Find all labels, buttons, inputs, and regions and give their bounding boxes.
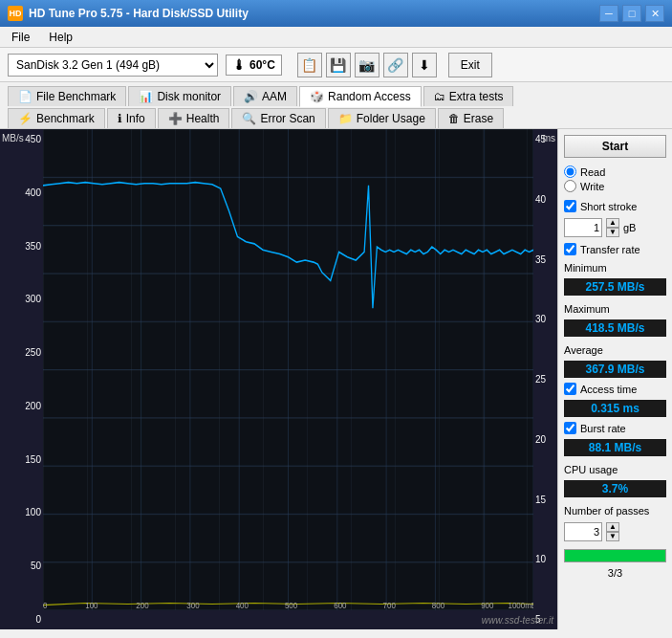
- spin-up[interactable]: ▲: [606, 218, 619, 228]
- window-title: HD Tune Pro 5.75 - Hard Disk/SSD Utility: [29, 7, 249, 20]
- burst-rate-label: Burst rate: [580, 423, 626, 434]
- short-stroke-arrows: ▲ ▼: [606, 218, 619, 237]
- folder-usage-icon: 📁: [338, 112, 353, 125]
- read-radio[interactable]: [564, 165, 576, 178]
- read-label: Read: [580, 166, 605, 178]
- toolbar-icon-2[interactable]: 💾: [326, 53, 351, 77]
- progress-text: 3/3: [564, 567, 666, 579]
- chart-svg: 0 100 200 300 400 500 600 700 800 900 10…: [43, 129, 533, 610]
- short-stroke-row: Short stroke: [564, 200, 666, 212]
- tab-benchmark[interactable]: ⚡ Benchmark: [8, 108, 105, 128]
- svg-text:0: 0: [43, 600, 48, 610]
- tab-disk-monitor[interactable]: 📊 Disk monitor: [128, 86, 231, 106]
- y-axis-left-label: MB/s: [2, 133, 24, 143]
- tabs-row2: ⚡ Benchmark ℹ Info ➕ Health 🔍 Error Scan…: [8, 108, 664, 128]
- write-label: Write: [580, 181, 604, 192]
- access-time-value: 0.315 ms: [564, 400, 666, 417]
- maximum-value: 418.5 MB/s: [564, 319, 666, 337]
- toolbar-icons: 📋 💾 📷 🔗 ⬇: [297, 53, 437, 77]
- app-icon: HD: [8, 6, 23, 21]
- burst-rate-row: Burst rate: [564, 422, 666, 434]
- maximum-label: Maximum: [564, 303, 666, 315]
- svg-text:200: 200: [136, 600, 148, 610]
- erase-icon: 🗑: [448, 112, 460, 125]
- minimum-value: 257.5 MB/s: [564, 278, 666, 296]
- progress-bar-fill: [565, 550, 665, 561]
- access-time-row: Access time: [564, 383, 666, 395]
- start-button[interactable]: Start: [564, 135, 666, 158]
- title-bar: HD HD Tune Pro 5.75 - Hard Disk/SSD Util…: [0, 0, 672, 27]
- close-button[interactable]: ✕: [645, 5, 664, 22]
- exit-button[interactable]: Exit: [448, 53, 492, 77]
- minimize-button[interactable]: ─: [599, 5, 618, 22]
- tab-info[interactable]: ℹ Info: [107, 108, 156, 128]
- passes-spinbox[interactable]: [564, 522, 602, 541]
- disk-monitor-icon: 📊: [139, 90, 153, 103]
- read-radio-row: Read: [564, 165, 666, 178]
- title-bar-left: HD HD Tune Pro 5.75 - Hard Disk/SSD Util…: [8, 6, 249, 21]
- temperature-value: 60°C: [249, 58, 275, 72]
- progress-bar-container: [564, 549, 666, 562]
- tab-folder-usage[interactable]: 📁 Folder Usage: [328, 108, 436, 128]
- toolbar-icon-5[interactable]: ⬇: [412, 53, 437, 77]
- chart-area: MB/s ms 450 400 350 300 250 200 150 100 …: [0, 129, 557, 629]
- passes-spin-down[interactable]: ▼: [606, 532, 619, 541]
- temperature-display: 🌡 60°C: [226, 55, 282, 76]
- aam-icon: 🔊: [244, 90, 258, 103]
- tab-extra-tests[interactable]: 🗂 Extra tests: [423, 86, 514, 106]
- transfer-rate-label: Transfer rate: [580, 244, 640, 255]
- y-axis-left: 450 400 350 300 250 200 150 100 50 0: [0, 129, 43, 629]
- short-stroke-label: Short stroke: [580, 201, 637, 212]
- tab-random-access[interactable]: 🎲 Random Access: [299, 86, 422, 107]
- passes-spinbox-row: ▲ ▼: [564, 522, 666, 541]
- access-time-label: Access time: [580, 384, 637, 395]
- menu-bar: File Help: [0, 27, 672, 48]
- toolbar-icon-1[interactable]: 📋: [297, 53, 322, 77]
- short-stroke-spinbox[interactable]: [564, 218, 602, 237]
- tabs-row1: 📄 File Benchmark 📊 Disk monitor 🔊 AAM 🎲 …: [8, 86, 664, 106]
- toolbar: SanDisk 3.2 Gen 1 (494 gB) 🌡 60°C 📋 💾 📷 …: [0, 48, 672, 82]
- extra-tests-icon: 🗂: [434, 90, 445, 103]
- transfer-rate-row: Transfer rate: [564, 243, 666, 255]
- tab-health[interactable]: ➕ Health: [158, 108, 230, 128]
- health-icon: ➕: [168, 112, 183, 125]
- maximize-button[interactable]: □: [622, 5, 641, 22]
- thermometer-icon: 🌡: [232, 57, 246, 73]
- y-axis-right-label: ms: [543, 133, 555, 143]
- short-stroke-unit: gB: [623, 222, 636, 233]
- write-radio[interactable]: [564, 180, 576, 192]
- tabs-area: 📄 File Benchmark 📊 Disk monitor 🔊 AAM 🎲 …: [0, 82, 672, 129]
- random-access-icon: 🎲: [310, 90, 324, 103]
- right-panel: Start Read Write Short stroke ▲ ▼ gB: [557, 129, 672, 629]
- average-label: Average: [564, 344, 666, 356]
- error-scan-icon: 🔍: [242, 112, 256, 125]
- menu-file[interactable]: File: [8, 29, 33, 46]
- tab-erase[interactable]: 🗑 Erase: [438, 108, 504, 128]
- burst-rate-checkbox[interactable]: [564, 422, 576, 434]
- svg-text:300: 300: [186, 600, 199, 610]
- svg-text:100: 100: [85, 600, 98, 610]
- svg-text:800: 800: [432, 600, 444, 610]
- transfer-rate-checkbox[interactable]: [564, 243, 576, 255]
- benchmark-icon: ⚡: [18, 112, 33, 125]
- window-controls: ─ □ ✕: [599, 5, 664, 22]
- tab-file-benchmark[interactable]: 📄 File Benchmark: [8, 86, 126, 106]
- cpu-usage-label: CPU usage: [564, 464, 666, 475]
- svg-text:900: 900: [481, 600, 493, 610]
- burst-rate-value: 88.1 MB/s: [564, 439, 666, 456]
- spin-down[interactable]: ▼: [606, 228, 619, 237]
- passes-spin-up[interactable]: ▲: [606, 522, 619, 532]
- toolbar-icon-4[interactable]: 🔗: [383, 53, 408, 77]
- tab-aam[interactable]: 🔊 AAM: [233, 86, 297, 106]
- toolbar-icon-3[interactable]: 📷: [355, 53, 379, 77]
- short-stroke-checkbox[interactable]: [564, 200, 576, 212]
- tab-error-scan[interactable]: 🔍 Error Scan: [231, 108, 325, 128]
- info-icon: ℹ: [118, 112, 122, 125]
- drive-select[interactable]: SanDisk 3.2 Gen 1 (494 gB): [8, 54, 218, 77]
- passes-arrows: ▲ ▼: [606, 522, 619, 541]
- access-time-checkbox[interactable]: [564, 383, 576, 395]
- cpu-usage-value: 3.7%: [564, 480, 666, 497]
- menu-help[interactable]: Help: [45, 29, 76, 46]
- read-write-options: Read Write: [564, 165, 666, 192]
- svg-text:500: 500: [285, 600, 297, 610]
